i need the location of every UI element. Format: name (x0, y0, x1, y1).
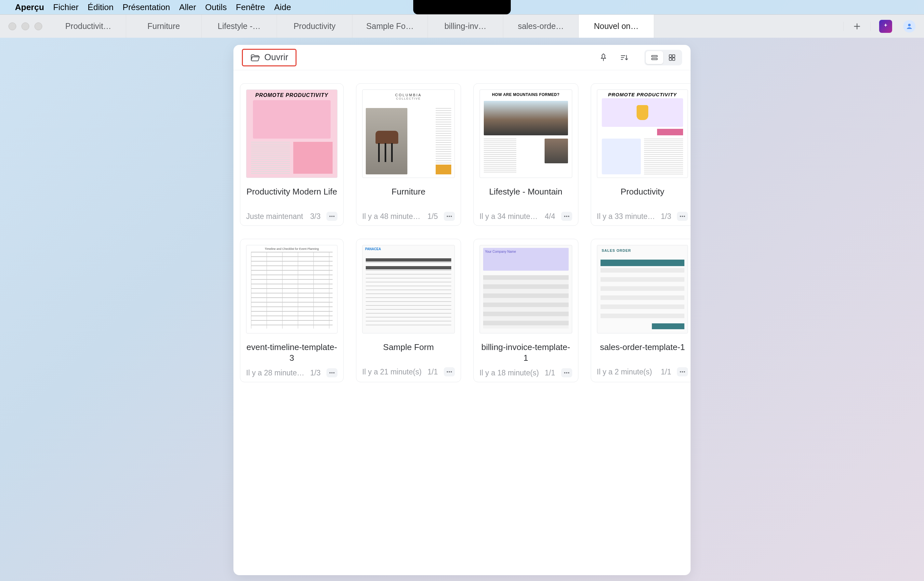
pin-button[interactable] (597, 51, 610, 64)
svg-point-26 (566, 372, 568, 374)
tab-3[interactable]: Productivity (277, 15, 352, 38)
sort-icon (620, 53, 629, 62)
thumb-caption: Your Company Name (485, 250, 516, 253)
app-launcher-icon[interactable] (879, 20, 892, 33)
document-more-button[interactable] (677, 212, 688, 221)
account-avatar[interactable] (903, 20, 916, 33)
recent-documents-panel: Ouvrir (233, 45, 691, 575)
document-title: Lifestyle - Mountain (480, 186, 572, 207)
display-notch (413, 0, 511, 14)
document-thumbnail: COLUMBIA COLLECTIVE (362, 89, 455, 178)
view-grid-button[interactable] (663, 51, 681, 64)
pin-icon (599, 53, 608, 62)
document-title: sales-order-template-1 (597, 342, 688, 362)
svg-point-15 (568, 216, 569, 217)
tab-7[interactable]: Nouvel on… (579, 15, 654, 38)
svg-point-0 (908, 24, 911, 26)
svg-point-7 (329, 216, 331, 217)
document-more-button[interactable] (561, 368, 572, 377)
document-card[interactable]: PROMOTE PRODUCTIVITY Productivity Il y a… (591, 83, 691, 226)
svg-point-10 (447, 216, 448, 217)
svg-point-22 (447, 371, 448, 372)
document-card[interactable]: PROMOTE PRODUCTIVITY Productivity Modern… (240, 83, 344, 226)
menu-help[interactable]: Aide (274, 2, 291, 12)
document-time: Il y a 2 minute(s) (597, 367, 655, 376)
document-time: Il y a 33 minute… (597, 212, 655, 221)
document-thumbnail: SALES ORDER (597, 245, 688, 333)
open-button[interactable]: Ouvrir (242, 49, 297, 66)
tab-5[interactable]: billing-inv… (428, 15, 503, 38)
document-title: Furniture (362, 186, 455, 207)
document-pages: 3/3 (310, 212, 320, 221)
window-minimize-button[interactable] (21, 22, 29, 30)
svg-point-16 (680, 216, 681, 217)
document-more-button[interactable] (561, 212, 572, 221)
thumb-caption: PROMOTE PRODUCTIVITY (246, 90, 337, 98)
documents-grid: PROMOTE PRODUCTIVITY Productivity Modern… (233, 70, 691, 395)
tab-6[interactable]: sales-orde… (503, 15, 579, 38)
document-time: Il y a 18 minute(s) (480, 369, 539, 377)
view-mode-toggle (644, 50, 682, 65)
document-card[interactable]: HOW ARE MOUNTAINS FORMED? Lifestyle - Mo… (474, 83, 578, 226)
tab-label: sales-orde… (518, 22, 564, 31)
tabs-container: Productivit… Furniture Lifestyle -… Prod… (51, 15, 843, 38)
document-card[interactable]: PANACEA Sample Form Il y a 21 minute(s) … (356, 239, 461, 382)
menu-go[interactable]: Aller (179, 2, 196, 12)
document-more-button[interactable] (327, 368, 337, 377)
document-more-button[interactable] (444, 212, 455, 221)
document-card[interactable]: COLUMBIA COLLECTIVE Furniture Il y a 48 … (356, 83, 461, 226)
tab-label: billing-inv… (444, 22, 487, 31)
thumb-caption: SALES ORDER (597, 245, 688, 252)
tab-label: Lifestyle -… (218, 22, 261, 31)
document-pages: 1/3 (310, 369, 320, 377)
window-close-button[interactable] (8, 22, 16, 30)
svg-point-8 (331, 216, 333, 217)
tab-2[interactable]: Lifestyle -… (201, 15, 277, 38)
thumb-caption-sub: COLLECTIVE (363, 97, 455, 100)
document-pages: 1/1 (545, 369, 555, 377)
folder-open-icon (250, 53, 260, 63)
document-time: Il y a 28 minute… (246, 369, 304, 377)
svg-point-18 (684, 216, 685, 217)
svg-point-17 (682, 216, 683, 217)
document-more-button[interactable] (677, 367, 688, 376)
open-button-label: Ouvrir (264, 52, 289, 63)
app-name[interactable]: Aperçu (15, 2, 44, 12)
menu-tools[interactable]: Outils (205, 2, 227, 12)
svg-point-28 (680, 371, 681, 372)
tab-0[interactable]: Productivit… (51, 15, 126, 38)
ellipsis-icon (680, 371, 685, 373)
document-title: Productivity Modern Life (246, 186, 337, 207)
menu-file[interactable]: Fichier (53, 2, 79, 12)
document-time: Juste maintenant (246, 212, 304, 221)
document-more-button[interactable] (327, 212, 337, 221)
menu-edit[interactable]: Édition (88, 2, 114, 12)
view-list-button[interactable] (646, 51, 663, 64)
document-title: Productivity (597, 186, 688, 207)
document-thumbnail: Timeline and Checklist for Event Plannin… (246, 245, 337, 333)
tab-label: Productivity (294, 22, 335, 31)
document-more-button[interactable] (444, 367, 455, 376)
document-card[interactable]: Your Company Name billing-invoice-templa… (474, 239, 578, 382)
ellipsis-icon (446, 215, 452, 217)
document-card[interactable]: Timeline and Checklist for Event Plannin… (240, 239, 344, 382)
document-pages: 1/5 (427, 212, 438, 221)
sort-button[interactable] (618, 51, 631, 64)
svg-point-24 (450, 371, 452, 372)
document-title: event-timeline-template-3 (246, 342, 337, 363)
menu-window[interactable]: Fenêtre (236, 2, 265, 12)
ellipsis-icon (564, 215, 569, 217)
svg-rect-1 (652, 55, 657, 56)
window-traffic-lights (0, 22, 51, 30)
tab-1[interactable]: Furniture (126, 15, 201, 38)
menu-view[interactable]: Présentation (122, 2, 170, 12)
new-tab-button[interactable] (843, 22, 871, 31)
tab-4[interactable]: Sample Fo… (352, 15, 428, 38)
svg-point-25 (564, 372, 565, 374)
document-card[interactable]: SALES ORDER sales-order-template-1 Il y … (591, 239, 691, 382)
svg-rect-3 (669, 55, 672, 57)
svg-point-13 (564, 216, 565, 217)
rows-icon (650, 53, 659, 62)
document-thumbnail: PROMOTE PRODUCTIVITY (597, 89, 688, 178)
window-zoom-button[interactable] (35, 22, 42, 30)
